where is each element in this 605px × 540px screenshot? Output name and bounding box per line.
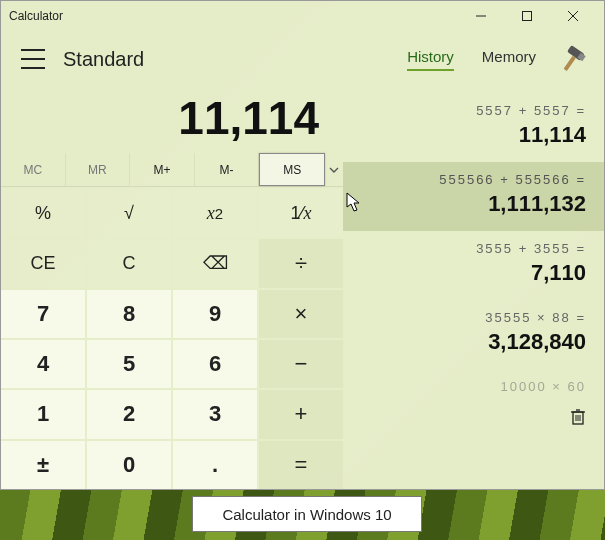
history-expression: 3555 + 3555 =	[361, 241, 586, 256]
history-expression: 35555 × 88 =	[361, 310, 586, 325]
calculator-panel: 11,114 MC MR M+ M- MS % √ x2 1⁄x CE C ⌫ …	[1, 87, 343, 489]
hammer-icon[interactable]	[556, 41, 592, 77]
svg-rect-6	[564, 56, 576, 71]
digit-8-key[interactable]: 8	[87, 290, 171, 338]
equals-key[interactable]: =	[259, 441, 343, 489]
history-item[interactable]: 35555 × 88 = 3,128,840	[361, 300, 586, 369]
svg-rect-1	[523, 12, 532, 21]
tab-memory[interactable]: Memory	[482, 48, 536, 71]
reciprocal-den: x	[304, 203, 312, 224]
tabs: History Memory	[407, 48, 536, 71]
memory-store-button[interactable]: MS	[259, 153, 325, 186]
memory-subtract-button[interactable]: M-	[195, 153, 260, 186]
keypad: % √ x2 1⁄x CE C ⌫ ÷ 7 8 9 × 4 5 6 − 1 2 …	[1, 187, 343, 489]
digit-6-key[interactable]: 6	[173, 340, 257, 388]
digit-2-key[interactable]: 2	[87, 390, 171, 438]
memory-recall-button: MR	[66, 153, 131, 186]
memory-dropdown-icon[interactable]	[325, 153, 343, 186]
sqrt-key[interactable]: √	[87, 189, 171, 237]
square-key-sup: 2	[215, 205, 223, 222]
digit-5-key[interactable]: 5	[87, 340, 171, 388]
memory-row: MC MR M+ M- MS	[1, 153, 343, 187]
titlebar: Calculator	[1, 1, 604, 31]
history-panel: 5557 + 5557 = 11,114 555566 + 555566 = 1…	[343, 87, 604, 489]
maximize-button[interactable]	[504, 1, 550, 31]
reciprocal-num: 1	[290, 203, 300, 224]
digit-7-key[interactable]: 7	[1, 290, 85, 338]
menu-icon[interactable]	[21, 49, 45, 69]
digit-9-key[interactable]: 9	[173, 290, 257, 338]
percent-key[interactable]: %	[1, 189, 85, 237]
divide-key[interactable]: ÷	[259, 239, 343, 287]
tab-history[interactable]: History	[407, 48, 454, 71]
calculator-window: Calculator Standard History Memory 11,11…	[0, 0, 605, 490]
display-value: 11,114	[1, 87, 343, 153]
square-key[interactable]: x2	[173, 189, 257, 237]
clear-entry-key[interactable]: CE	[1, 239, 85, 287]
minimize-button[interactable]	[458, 1, 504, 31]
add-key[interactable]: +	[259, 390, 343, 438]
history-expression: 5557 + 5557 =	[361, 103, 586, 118]
history-result: 3,128,840	[361, 329, 586, 355]
history-item[interactable]: 555566 + 555566 = 1,111,132	[343, 162, 604, 231]
trash-icon[interactable]	[570, 408, 586, 431]
history-result: 11,114	[361, 122, 586, 148]
history-expression: 555566 + 555566 =	[361, 172, 586, 187]
memory-clear-button: MC	[1, 153, 66, 186]
history-item[interactable]: 3555 + 3555 = 7,110	[361, 231, 586, 300]
negate-key[interactable]: ±	[1, 441, 85, 489]
reciprocal-key[interactable]: 1⁄x	[259, 189, 343, 237]
square-key-x: x	[207, 203, 215, 224]
clear-key[interactable]: C	[87, 239, 171, 287]
caption-box: Calculator in Windows 10	[192, 496, 422, 532]
mode-label: Standard	[63, 48, 407, 71]
digit-4-key[interactable]: 4	[1, 340, 85, 388]
topbar: Standard History Memory	[1, 31, 604, 87]
window-title: Calculator	[9, 9, 458, 23]
digit-0-key[interactable]: 0	[87, 441, 171, 489]
history-expression: 10000 × 60	[361, 379, 586, 394]
memory-add-button[interactable]: M+	[130, 153, 195, 186]
digit-1-key[interactable]: 1	[1, 390, 85, 438]
history-item[interactable]: 5557 + 5557 = 11,114	[361, 93, 586, 162]
decimal-key[interactable]: .	[173, 441, 257, 489]
close-button[interactable]	[550, 1, 596, 31]
history-result: 1,111,132	[361, 191, 586, 217]
backspace-key[interactable]: ⌫	[173, 239, 257, 287]
history-item[interactable]: 10000 × 60	[361, 369, 586, 408]
digit-3-key[interactable]: 3	[173, 390, 257, 438]
history-result: 7,110	[361, 260, 586, 286]
multiply-key[interactable]: ×	[259, 290, 343, 338]
subtract-key[interactable]: −	[259, 340, 343, 388]
